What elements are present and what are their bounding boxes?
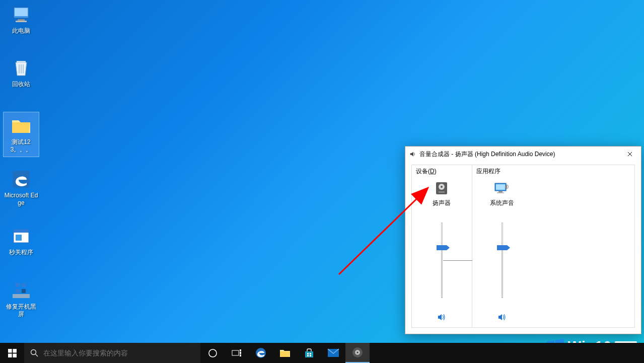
- taskbar: [0, 343, 644, 363]
- channel-system-sounds: 系统声音: [472, 177, 532, 327]
- desktop-icon-shutdown-app[interactable]: 秒关程序: [3, 226, 39, 256]
- svg-rect-33: [240, 354, 241, 356]
- search-box[interactable]: [24, 343, 200, 363]
- channel-label: 扬声器: [433, 199, 451, 207]
- channel-label: 系统声音: [490, 199, 514, 207]
- desktop-icon-label: 秒关程序: [3, 249, 39, 256]
- task-view-button[interactable]: [225, 343, 249, 363]
- taskbar-store[interactable]: [297, 343, 321, 363]
- svg-point-16: [441, 186, 443, 188]
- window-title: 音量合成器 - 扬声器 (High Definition Audio Devic…: [419, 150, 555, 159]
- mixer-body: 设备(D) 扬声器 应用程序: [405, 162, 641, 334]
- mute-button-speakers[interactable]: [437, 307, 447, 327]
- svg-rect-17: [439, 191, 445, 193]
- settings-icon: [11, 280, 32, 301]
- desktop-icon-label: 此电脑: [3, 27, 39, 35]
- taskbar-media-app[interactable]: [345, 343, 370, 363]
- volume-slider-system-sounds[interactable]: [472, 213, 532, 307]
- svg-rect-12: [22, 289, 26, 293]
- app-icon: [11, 226, 32, 247]
- device-section: 设备(D) 扬声器: [411, 165, 472, 328]
- channel-speakers: 扬声器: [412, 177, 471, 327]
- apps-section: 应用程序 系统声音: [472, 165, 635, 328]
- mute-button-system-sounds[interactable]: [497, 307, 507, 327]
- svg-point-29: [208, 349, 216, 356]
- svg-rect-31: [240, 349, 241, 351]
- desktop-icon-recycle-bin[interactable]: 回收站: [3, 57, 39, 88]
- search-input[interactable]: [43, 349, 194, 357]
- desktop-icon-this-pc[interactable]: 此电脑: [3, 4, 39, 35]
- svg-rect-23: [8, 349, 12, 353]
- task-view-icon: [232, 349, 242, 357]
- taskbar-file-explorer[interactable]: [273, 343, 297, 363]
- svg-rect-37: [307, 355, 309, 356]
- recycle-bin-icon: [11, 57, 32, 79]
- svg-rect-24: [13, 349, 17, 353]
- svg-rect-7: [14, 230, 29, 233]
- edge-icon: [255, 347, 267, 359]
- svg-rect-20: [498, 191, 503, 192]
- desktop-icon-label: 修复开机黑屏: [3, 303, 39, 318]
- svg-rect-26: [13, 353, 17, 357]
- speaker-device-icon[interactable]: [434, 180, 449, 197]
- svg-rect-10: [22, 283, 26, 287]
- pc-icon: [11, 4, 32, 25]
- circle-icon: [208, 348, 218, 358]
- svg-rect-11: [16, 289, 20, 293]
- desktop-icon-label: Microsoft Edge: [3, 192, 39, 207]
- svg-rect-32: [240, 352, 241, 354]
- desktop-icon-label: 测试123。。。: [4, 138, 39, 154]
- svg-rect-35: [307, 353, 309, 354]
- svg-rect-9: [16, 283, 20, 287]
- media-icon: [351, 346, 364, 358]
- volume-mixer-window: 音量合成器 - 扬声器 (High Definition Audio Devic…: [405, 146, 641, 334]
- svg-rect-38: [310, 355, 311, 356]
- svg-rect-4: [17, 61, 26, 63]
- svg-rect-30: [232, 350, 239, 355]
- svg-rect-8: [16, 235, 22, 241]
- windows-start-icon: [8, 349, 17, 357]
- start-button[interactable]: [0, 343, 24, 363]
- folder-icon: [11, 115, 32, 136]
- desktop-icon-label: 回收站: [3, 81, 39, 88]
- svg-line-28: [36, 354, 38, 357]
- svg-rect-1: [15, 8, 28, 16]
- svg-rect-2: [18, 19, 25, 21]
- search-icon: [30, 349, 38, 357]
- edge-icon: [11, 169, 32, 190]
- desktop-icon-fix-boot[interactable]: 修复开机黑屏: [3, 280, 39, 318]
- taskbar-mail[interactable]: [321, 343, 345, 363]
- speaker-icon: [409, 151, 416, 158]
- svg-point-42: [357, 352, 359, 353]
- apps-section-label: 应用程序: [472, 165, 634, 177]
- folder-icon: [279, 348, 291, 358]
- store-icon: [304, 347, 315, 358]
- titlebar[interactable]: 音量合成器 - 扬声器 (High Definition Audio Devic…: [405, 147, 641, 162]
- device-section-label: 设备(D): [412, 165, 472, 177]
- svg-rect-19: [496, 184, 505, 190]
- cortana-button[interactable]: [200, 343, 225, 363]
- desktop-icon-folder-test[interactable]: 测试123。。。: [3, 112, 39, 157]
- svg-rect-13: [13, 294, 30, 298]
- svg-rect-3: [16, 21, 27, 22]
- close-button[interactable]: [618, 147, 641, 162]
- desktop-icon-edge[interactable]: Microsoft Edge: [3, 169, 39, 207]
- mail-icon: [327, 348, 339, 357]
- taskbar-edge[interactable]: [249, 343, 273, 363]
- svg-point-27: [31, 350, 36, 355]
- svg-rect-21: [497, 192, 504, 193]
- svg-rect-25: [8, 353, 12, 357]
- system-sounds-icon[interactable]: [494, 180, 510, 197]
- svg-rect-36: [310, 353, 311, 354]
